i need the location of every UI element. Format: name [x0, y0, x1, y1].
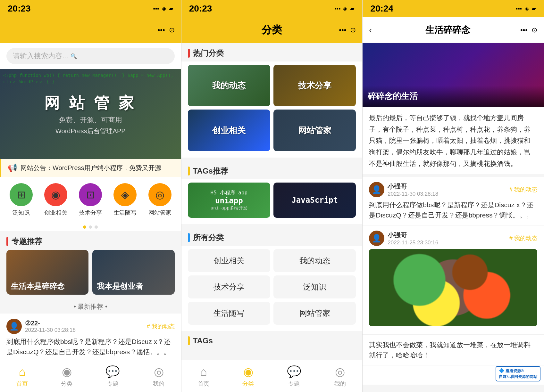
tags-bottom-section: TAGs [181, 331, 363, 348]
tag-label-js: JavaScript [291, 196, 338, 205]
tab-label-cat-1: 分类 [61, 380, 72, 388]
nav-actions-2: ••• ⊙ [339, 26, 356, 34]
screen-content-1: 请输入搜索内容... 🔍 <?php function wp() { retur… [0, 43, 181, 360]
watermark-icon: 🔷 [499, 368, 504, 373]
status-bar-2: 20:23 ▪▪▪ ◈ ▰ [181, 0, 363, 17]
feat-card-label-1: 生活本是碎碎念 [6, 278, 88, 295]
post-content-1: 到底用什么程序做bbs呢？是新程序？还是Discuz x？还是DiscuzQ？还… [6, 337, 175, 357]
tab-home-1[interactable]: ⌂ 首页 [16, 365, 28, 388]
post-date-1: 2022-11-30 03:28:18 [25, 327, 144, 333]
tab-mine-2[interactable]: ◎ 我的 [334, 365, 346, 388]
status-time-1: 20:23 [8, 4, 31, 14]
tag-label-uniapp: uniapp [211, 196, 247, 205]
tags-rec-section: TAGs推荐 H5 小程序 app uniapp uni-app多端开发 Jav… [181, 161, 363, 224]
all-cat-accent [188, 233, 190, 242]
feat-card-1[interactable]: 生活本是碎碎念 [6, 250, 88, 295]
scan-btn-2[interactable]: ⊙ [350, 26, 356, 34]
comment-avatar-1: 👤 [369, 182, 384, 197]
more-btn-1[interactable]: ••• [158, 26, 165, 34]
search-input-wrap[interactable]: 请输入搜索内容... 🔍 [6, 48, 175, 64]
comment-author-1: 小强哥 [388, 182, 506, 191]
tags-rec-grid: H5 小程序 app uniapp uni-app多端开发 JavaScript [181, 179, 363, 224]
all-cat-manager[interactable]: 网站管家 [273, 302, 356, 325]
food-caption-section: 其实我也不会做菜，我就知道放一堆菜，在放一堆调料就行了，哈哈哈哈！ [363, 335, 544, 365]
back-button[interactable]: ‹ [369, 25, 372, 35]
cat-item-manager[interactable]: ◎ 网站管家 [148, 183, 172, 216]
tab-icon-topic-1: 💬 [105, 365, 120, 379]
comment-author-info-1: 小强哥 2022-11-30 03:28:18 [388, 182, 506, 197]
tab-icon-home-1: ⌂ [19, 365, 26, 379]
post-author-info-1: ②22- 2022-11-30 03:28:18 [25, 319, 144, 333]
tab-category-1[interactable]: ◉ 分类 [61, 365, 72, 388]
all-cat-dynamic[interactable]: 我的动态 [273, 249, 356, 272]
recommend-label: • 最新推荐 • [0, 300, 181, 314]
cat-icon-life: ◈ [113, 183, 137, 206]
more-btn-2[interactable]: ••• [339, 26, 346, 34]
all-cat-tech[interactable]: 技术分享 [188, 275, 270, 298]
tag-card-js[interactable]: JavaScript [273, 183, 356, 218]
status-bar-1: 20:23 ▪▪▪ ◈ ▰ [0, 0, 181, 17]
featured-section-header: 专题推荐 [0, 231, 181, 250]
hot-cat-my-dynamic[interactable]: 我的动态 [188, 65, 270, 106]
watermark-area: 🔷 撸撸资源®自媒互联网资源的网站 [363, 365, 544, 385]
scan-btn-1[interactable]: ⊙ [169, 26, 175, 34]
all-cat-startup[interactable]: 创业相关 [188, 249, 270, 272]
tab-topic-2[interactable]: 💬 专题 [287, 365, 301, 388]
hot-cat-tech[interactable]: 技术分享 [273, 65, 356, 106]
comment-meta-1: 👤 小强哥 2022-11-30 03:28:18 # 我的动态 [369, 182, 537, 197]
tab-topic-1[interactable]: 💬 专题 [105, 365, 120, 388]
hot-cat-startup[interactable]: 创业相关 [188, 110, 270, 151]
featured-cards: 生活本是碎碎念 我本是创业者 [0, 250, 181, 300]
scan-btn-3[interactable]: ⊙ [531, 26, 537, 34]
cat-label-life: 生活随写 [113, 209, 137, 216]
all-cat-title: 所有分类 [193, 233, 224, 243]
post-tag-1: # 我的动态 [147, 323, 175, 330]
tab-icon-topic-2: 💬 [287, 365, 301, 379]
hot-cat-label-4: 网站管家 [298, 125, 331, 136]
cat-label-manager: 网站管家 [148, 209, 172, 216]
nav-bar-1: ••• ⊙ [0, 17, 181, 43]
tab-icon-cat-1: ◉ [62, 365, 72, 379]
tab-icon-home-2: ⌂ [200, 365, 207, 379]
battery-icon-3: ▰ [531, 5, 536, 12]
cat-item-tech[interactable]: ⊡ 技术分享 [79, 183, 102, 216]
detail-nav: ‹ 生活碎碎念 ••• ⊙ [363, 17, 544, 43]
search-icon: 🔍 [71, 53, 77, 59]
all-cat-header: 所有分类 [181, 227, 363, 246]
cat-item-life[interactable]: ◈ 生活随写 [113, 183, 137, 216]
tab-icon-mine-1: ◎ [154, 365, 164, 379]
hot-section-header: 热门分类 [181, 43, 363, 61]
comment-text-1: 到底用什么程序做bbs呢？是新程序？还是Discuz x？还是DiscuzQ？还… [369, 200, 537, 220]
cat-item-startup[interactable]: ◉ 创业相关 [44, 183, 67, 216]
article-hero: 碎碎念的生活 [363, 43, 544, 107]
hot-section-accent [188, 49, 190, 58]
wifi-icon: ◈ [162, 5, 166, 12]
tab-bar-1: ⌂ 首页 ◉ 分类 💬 专题 ◎ 我的 [0, 360, 181, 392]
cat-icon-tech: ⊡ [79, 183, 102, 206]
hero-banner: <?php function wp() { return new Manager… [0, 69, 181, 159]
post-author-name-1: ②22- [25, 319, 144, 327]
status-bar-3: 20:24 ▪▪▪ ◈ ▰ [363, 0, 544, 17]
post-item-1[interactable]: 👤 ②22- 2022-11-30 03:28:18 # 我的动态 到底用什么程… [0, 314, 181, 360]
all-cat-life[interactable]: 生活随写 [188, 302, 270, 325]
section-accent [6, 237, 8, 246]
feat-card-2[interactable]: 我本是创业者 [92, 250, 174, 295]
cat-icon-startup: ◉ [44, 183, 67, 206]
cat-icon-manager: ◎ [148, 183, 172, 206]
tags-rec-title: TAGs推荐 [193, 166, 228, 176]
cat-label-tech: 技术分享 [79, 209, 102, 216]
tab-mine-1[interactable]: ◎ 我的 [153, 365, 164, 388]
detail-nav-actions: ••• ⊙ [520, 26, 537, 34]
tab-home-2[interactable]: ⌂ 首页 [198, 365, 209, 388]
cat-item-knowledge[interactable]: ⊞ 泛知识 [10, 183, 33, 216]
more-btn-3[interactable]: ••• [520, 26, 528, 34]
signal-icon-3: ▪▪▪ [516, 5, 522, 12]
comment-meta-2: 👤 小强哥 2022-11-25 23:30:16 # 我的动态 [369, 231, 537, 246]
tab-category-2[interactable]: ◉ 分类 [242, 365, 254, 388]
comment-author-2: 小强哥 [388, 231, 506, 240]
status-time-3: 20:24 [370, 4, 393, 14]
hot-cat-manager[interactable]: 网站管家 [273, 110, 356, 151]
all-cat-knowledge[interactable]: 泛知识 [273, 275, 356, 298]
tag-card-uniapp[interactable]: H5 小程序 app uniapp uni-app多端开发 [188, 183, 270, 218]
status-icons-2: ▪▪▪ ◈ ▰ [334, 5, 355, 12]
